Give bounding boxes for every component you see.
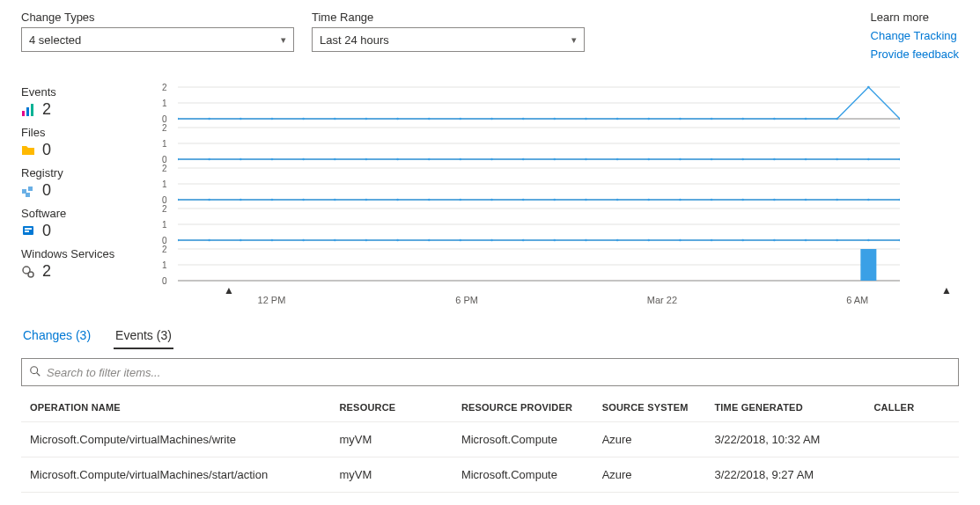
svg-point-15 [208, 118, 210, 121]
chart-row: 210 [153, 207, 959, 247]
xaxis-label: 12 PM [258, 295, 286, 305]
svg-point-44 [271, 158, 274, 161]
chart-svg [178, 126, 900, 161]
summary-events[interactable]: Events 2 [21, 85, 136, 119]
range-handle-right[interactable]: ▲ [941, 284, 952, 296]
chart-svg [178, 85, 900, 121]
change-tracking-link[interactable]: Change Tracking [871, 29, 959, 42]
svg-rect-2 [31, 104, 33, 116]
svg-point-98 [271, 239, 274, 242]
summary-services[interactable]: Windows Services 2 [21, 247, 136, 281]
col-time[interactable]: TIME GENERATED [705, 393, 865, 422]
svg-point-77 [460, 199, 462, 201]
svg-point-27 [585, 118, 587, 121]
change-types-dropdown[interactable]: 4 selected ▾ [21, 27, 294, 52]
summary-software-label: Software [21, 207, 136, 220]
chart-row: 210 [153, 85, 959, 126]
cell-op: Microsoft.Compute/virtualMachines/write [21, 422, 330, 457]
svg-point-26 [554, 118, 556, 121]
svg-rect-1 [26, 107, 29, 116]
svg-point-59 [741, 158, 744, 161]
summary-files-count: 0 [42, 141, 51, 159]
ytick: 2 [162, 123, 167, 133]
svg-point-34 [805, 118, 807, 121]
summary-registry[interactable]: Registry 0 [21, 166, 136, 200]
svg-point-71 [271, 199, 274, 201]
col-operation[interactable]: OPERATION NAME [21, 393, 330, 422]
xaxis-label: Mar 22 [647, 295, 677, 305]
range-handle-left[interactable]: ▲ [224, 284, 234, 296]
tab-events[interactable]: Events (3) [114, 323, 173, 349]
col-source[interactable]: SOURCE SYSTEM [593, 393, 706, 422]
change-types-value: 4 selected [29, 33, 81, 47]
svg-point-47 [365, 158, 368, 161]
svg-point-14 [178, 118, 179, 121]
svg-point-109 [616, 239, 619, 242]
svg-rect-8 [25, 231, 29, 232]
svg-point-103 [428, 239, 431, 242]
svg-point-43 [239, 158, 242, 161]
change-types-label: Change Types [21, 11, 294, 24]
summary-files[interactable]: Files 0 [21, 126, 136, 159]
chevron-down-icon: ▾ [281, 34, 286, 46]
svg-point-80 [554, 199, 556, 201]
svg-point-16 [239, 118, 242, 121]
chart-row: 210 [153, 247, 959, 288]
table-row[interactable]: Microsoft.Compute/virtualMachines/deallo… [21, 493, 959, 506]
svg-point-112 [711, 239, 713, 242]
gear-icon [21, 265, 35, 279]
time-range-label: Time Range [312, 11, 585, 24]
svg-point-42 [208, 158, 210, 161]
svg-point-32 [741, 118, 744, 121]
svg-point-113 [741, 239, 744, 242]
svg-point-46 [334, 158, 336, 161]
cell-time: 3/22/2018, 9:27 AM [705, 457, 865, 493]
svg-point-105 [490, 239, 493, 242]
cell-caller [865, 457, 959, 493]
svg-point-89 [836, 199, 838, 201]
svg-point-41 [178, 158, 179, 161]
svg-point-102 [396, 239, 399, 242]
svg-point-19 [334, 118, 336, 121]
table-row[interactable]: Microsoft.Compute/virtualMachines/writem… [21, 422, 959, 457]
tab-changes[interactable]: Changes (3) [21, 323, 92, 349]
svg-point-106 [522, 239, 525, 242]
svg-point-28 [616, 118, 619, 121]
svg-point-73 [334, 199, 336, 201]
svg-point-82 [616, 199, 619, 201]
svg-point-72 [302, 199, 305, 201]
cell-res: myVM [330, 457, 452, 493]
svg-point-74 [365, 199, 368, 201]
chevron-down-icon: ▾ [571, 34, 577, 46]
svg-point-75 [396, 199, 399, 201]
svg-point-68 [178, 199, 179, 201]
ytick: 2 [162, 83, 167, 92]
svg-point-17 [271, 118, 274, 121]
svg-point-52 [522, 158, 525, 161]
svg-point-51 [490, 158, 493, 161]
search-box[interactable] [21, 358, 959, 386]
cell-caller [865, 493, 959, 506]
col-caller[interactable]: CALLER [865, 393, 959, 422]
search-input[interactable] [47, 366, 951, 379]
col-provider[interactable]: RESOURCE PROVIDER [453, 393, 593, 422]
svg-point-118 [899, 239, 900, 242]
svg-point-87 [773, 199, 776, 201]
folder-icon [21, 143, 35, 157]
col-resource[interactable]: RESOURCE [330, 393, 452, 422]
time-range-dropdown[interactable]: Last 24 hours ▾ [312, 27, 585, 52]
charts-panel: 210210210210210 ▲ ▲ 12 PM 6 PM Mar 22 6 … [153, 85, 959, 311]
provide-feedback-link[interactable]: Provide feedback [871, 48, 959, 61]
svg-point-123 [31, 366, 38, 373]
summary-software[interactable]: Software 0 [21, 207, 136, 240]
svg-point-99 [302, 239, 305, 242]
svg-point-35 [836, 118, 838, 121]
learn-more-label: Learn more [871, 11, 959, 24]
svg-point-22 [428, 118, 431, 121]
svg-point-49 [428, 158, 431, 161]
svg-point-33 [773, 118, 776, 121]
ytick: 1 [162, 139, 167, 149]
svg-point-60 [773, 158, 776, 161]
svg-point-97 [239, 239, 242, 242]
table-row[interactable]: Microsoft.Compute/virtualMachines/start/… [21, 457, 959, 493]
